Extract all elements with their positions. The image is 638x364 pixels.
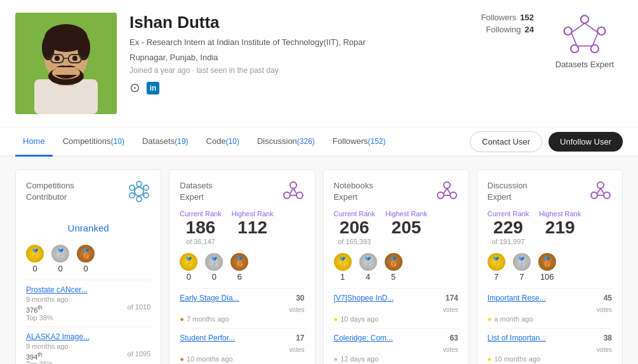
discussion-votes-label-1: votes — [597, 306, 612, 313]
datasets-bronze-medal: 🥉 6 — [230, 253, 248, 282]
competition-item-1: Prostate cANcer... 9 months ago 376th of… — [26, 280, 150, 322]
nav-competitions[interactable]: Competitions(10) — [55, 127, 132, 157]
discussion-card-title: Discussion Expert — [488, 180, 528, 203]
competitions-bronze-medal: 🥉 0 — [77, 245, 95, 273]
dataset-meta-1: ● 7 months ago — [180, 315, 304, 323]
datasets-gold-icon: 🥇 — [180, 253, 197, 271]
dataset-title-1[interactable]: Early Stage Dia... — [180, 294, 239, 302]
discussion-gold-count: 7 — [488, 272, 505, 282]
profile-bio-line2: Rupnagar, Punjab, India — [130, 51, 432, 64]
discussion-silver-count: 7 — [513, 272, 531, 282]
svg-point-39 — [290, 182, 296, 188]
github-icon: ⊙ — [130, 81, 140, 94]
competitions-list: Prostate cANcer... 9 months ago 376th of… — [26, 280, 150, 364]
competitions-gold-count: 0 — [26, 264, 44, 273]
svg-line-34 — [143, 190, 144, 190]
dataset-item-2: Student Perfor... 17 votes ● 10 months a… — [180, 328, 304, 363]
competition-meta-1: 9 months ago — [26, 296, 150, 303]
discussion-votes-2: 38 — [604, 334, 612, 342]
svg-line-35 — [143, 193, 144, 194]
dataset-votes-2: 17 — [296, 334, 304, 342]
notebook-title-1[interactable]: [V7]Shopee InD... — [334, 294, 394, 302]
notebook-meta-dot-2: ● — [334, 355, 338, 363]
svg-point-46 — [450, 192, 456, 198]
dataset-title-2[interactable]: Student Perfor... — [180, 334, 235, 342]
badge-label: Datasets Expert — [555, 60, 615, 69]
datasets-bronze-icon: 🥉 — [230, 253, 248, 271]
notebooks-medals: 🥇 1 🥈 4 🥉 5 — [334, 253, 458, 282]
notebook-votes-label-1: votes — [443, 306, 458, 313]
notebooks-card-title: Notebooks Expert — [334, 180, 373, 203]
competitions-gold-medal: 🥇 0 — [26, 245, 44, 273]
svg-line-48 — [447, 188, 450, 193]
notebooks-gold-icon: 🥇 — [334, 253, 352, 271]
competitions-bronze-count: 0 — [77, 264, 95, 273]
datasets-items: Early Stage Dia... 30 votes ● 7 months a… — [180, 288, 304, 363]
svg-point-5 — [42, 35, 55, 60]
svg-point-6 — [77, 35, 90, 60]
discussion-silver-medal: 🥈 7 — [513, 253, 531, 282]
notebooks-silver-count: 4 — [359, 272, 377, 282]
notebook-votes-label-2: votes — [443, 346, 458, 353]
discussion-meta-dot-2: ● — [488, 355, 492, 363]
notebook-item-2: Coleridge: Com... 63 votes ● 12 days ago — [334, 328, 458, 363]
nav-datasets[interactable]: Datasets(19) — [135, 127, 196, 157]
svg-line-54 — [601, 188, 604, 193]
datasets-current-rank: Current Rank 186 of 36,147 — [180, 210, 221, 245]
svg-line-22 — [592, 33, 598, 46]
github-link[interactable]: ⊙ — [130, 80, 140, 95]
notebooks-rank-section: Current Rank 206 of 165,393 Highest Rank… — [334, 210, 458, 245]
dataset-meta-2: ● 10 months ago — [180, 355, 304, 363]
competition-top-1: Top 38% — [26, 314, 150, 322]
svg-line-49 — [444, 188, 447, 193]
profile-header: Ishan Dutta Ex - Research Intern at Indi… — [0, 0, 638, 127]
svg-point-45 — [444, 182, 450, 188]
svg-point-30 — [136, 197, 142, 202]
svg-line-55 — [597, 188, 601, 193]
competition-meta-2: 9 months ago — [26, 342, 150, 350]
nav-discussion[interactable]: Discussion(326) — [249, 127, 322, 157]
svg-point-47 — [437, 192, 444, 198]
nav-home[interactable]: Home — [15, 127, 53, 157]
discussion-title-1[interactable]: Important Rese... — [488, 294, 546, 302]
main-content: Competitions Contributor — [0, 157, 638, 364]
svg-line-24 — [571, 33, 577, 46]
nav-code[interactable]: Code(10) — [199, 127, 247, 157]
notebooks-bronze-count: 5 — [385, 272, 402, 282]
notebooks-card-header: Notebooks Expert — [334, 180, 458, 205]
discussion-item-2: List of Importan... 38 votes ● 10 months… — [488, 328, 612, 363]
profile-joined: Joined a year ago · last seen in the pas… — [130, 66, 432, 75]
datasets-silver-medal: 🥈 0 — [205, 253, 223, 282]
linkedin-icon: in — [147, 82, 159, 94]
dataset-votes-label-1: votes — [289, 306, 305, 313]
notebook-item-1: [V7]Shopee InD... 174 votes ● 10 days ag… — [334, 288, 458, 323]
competition-title-1[interactable]: Prostate cANcer... — [26, 285, 88, 294]
discussion-title-2[interactable]: List of Importan... — [488, 334, 547, 342]
svg-line-43 — [290, 188, 293, 193]
notebooks-bronze-medal: 🥉 5 — [385, 253, 402, 282]
svg-point-29 — [143, 193, 149, 198]
svg-point-32 — [130, 185, 135, 190]
notebook-meta-2: ● 12 days ago — [334, 355, 458, 363]
discussion-meta-1: ● a month ago — [488, 315, 612, 323]
nav-followers[interactable]: Followers(152) — [325, 127, 394, 157]
unfollow-user-button[interactable]: Unfollow User — [548, 132, 623, 152]
competition-item-2: ALASKA2 Image... 9 months ago 394th of 1… — [26, 327, 150, 364]
discussion-rank-section: Current Rank 229 of 191,997 Highest Rank… — [488, 210, 612, 245]
datasets-expert-badge-icon — [562, 13, 607, 57]
notebook-title-2[interactable]: Coleridge: Com... — [334, 334, 393, 342]
notebook-votes-2: 63 — [449, 334, 458, 342]
contact-user-button[interactable]: Contact User — [470, 131, 542, 152]
discussion-bronze-count: 106 — [538, 272, 556, 282]
competition-title-2[interactable]: ALASKA2 Image... — [26, 332, 90, 341]
svg-line-21 — [585, 23, 598, 33]
svg-point-51 — [597, 182, 604, 188]
svg-line-37 — [135, 193, 135, 194]
svg-point-41 — [284, 192, 290, 198]
notebooks-gold-medal: 🥇 1 — [334, 253, 352, 282]
linkedin-link[interactable]: in — [147, 81, 159, 94]
discussion-current-rank: Current Rank 229 of 191,997 — [488, 210, 529, 245]
discussion-card-header: Discussion Expert — [488, 180, 612, 205]
profile-links: ⊙ in — [130, 80, 432, 95]
dataset-votes-label-2: votes — [289, 346, 305, 353]
